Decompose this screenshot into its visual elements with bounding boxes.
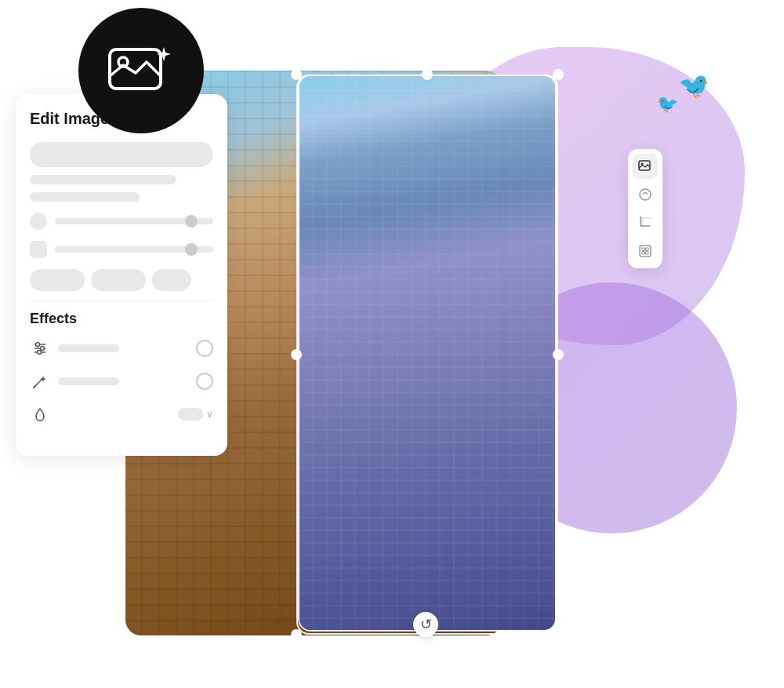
magic-wand-icon — [30, 371, 50, 391]
app-icon-circle — [78, 8, 204, 133]
effect-row-2 — [30, 371, 213, 391]
skeleton-bar-1 — [30, 175, 176, 184]
effect-bar-1[interactable] — [58, 344, 119, 352]
toolbar-adjust-button[interactable] — [633, 182, 658, 207]
svg-point-4 — [640, 189, 651, 200]
effect-bar-2[interactable] — [58, 377, 119, 385]
brightness-slider[interactable] — [55, 218, 213, 224]
svg-line-17 — [34, 386, 35, 388]
pill-button-1[interactable] — [30, 269, 85, 291]
pill-buttons-row — [30, 269, 213, 291]
scene: ↺ — [0, 0, 784, 688]
effect-toggle-2[interactable] — [196, 373, 213, 390]
svg-point-3 — [641, 163, 644, 166]
svg-rect-9 — [646, 252, 649, 255]
equalizer-icon — [30, 338, 50, 359]
effects-title: Effects — [30, 311, 213, 327]
toolbar-magic-button[interactable] — [633, 238, 658, 264]
brightness-row — [30, 213, 213, 230]
toolbar-image-button[interactable] — [633, 154, 658, 179]
grid-icon — [30, 241, 47, 258]
divider-1 — [30, 300, 213, 301]
handle-bottom-right[interactable] — [553, 629, 564, 640]
svg-point-15 — [38, 351, 42, 355]
bird-small: 🐦 — [657, 94, 678, 115]
top-controls-group — [30, 142, 213, 202]
toggle-chevron[interactable]: ∨ — [206, 409, 213, 420]
globe-icon — [30, 213, 47, 230]
drop-icon — [30, 404, 50, 424]
svg-point-13 — [36, 343, 40, 347]
effect-row-3: ∨ — [30, 404, 213, 424]
svg-rect-8 — [642, 252, 645, 255]
foreground-image-card[interactable] — [298, 75, 557, 632]
foreground-building-blue — [299, 76, 555, 630]
effect-toggle-3[interactable] — [178, 408, 203, 420]
rotate-handle[interactable]: ↺ — [413, 612, 438, 637]
skeleton-dropdown-1[interactable] — [30, 142, 213, 167]
app-icon-svg — [106, 43, 176, 98]
grid-slider[interactable] — [55, 246, 213, 253]
pill-button-2[interactable] — [91, 269, 146, 291]
svg-point-14 — [41, 347, 45, 351]
pill-button-3[interactable] — [152, 269, 191, 291]
toolbar-crop-button[interactable] — [633, 210, 658, 235]
effect-row-1 — [30, 338, 213, 359]
right-toolbar — [628, 149, 662, 268]
effect-toggle-3-group: ∨ — [178, 408, 213, 420]
edit-panel: Edit Image Effects — [16, 94, 227, 456]
svg-rect-6 — [642, 248, 645, 251]
skeleton-bar-2 — [30, 192, 140, 202]
grid-row — [30, 241, 213, 258]
effect-toggle-1[interactable] — [196, 340, 213, 357]
svg-rect-7 — [646, 248, 649, 251]
svg-rect-5 — [640, 246, 651, 257]
bird-large: 🐦 — [678, 71, 710, 100]
